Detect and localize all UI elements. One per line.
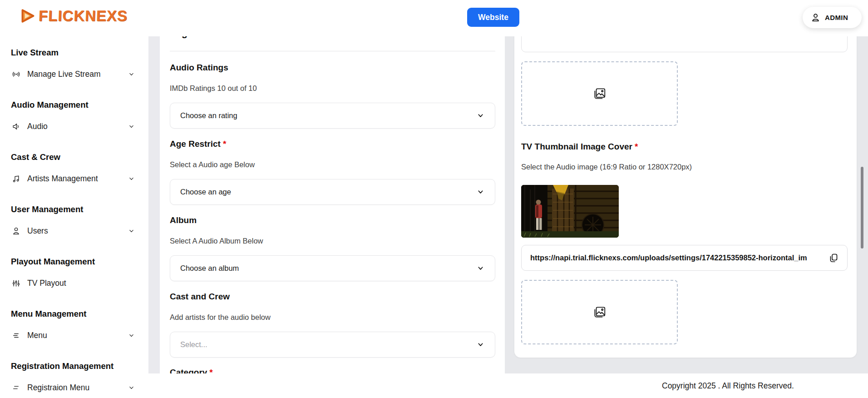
cast-and-crew-subtext: Add artists for the audio below [170,312,495,322]
age-restrict-subtext: Select a Audio age Below [170,159,495,169]
chevron-down-icon [477,265,484,272]
broadcast-icon [11,69,21,79]
sidebar-item-label: Registraion Menu [27,383,128,393]
thumbnail-url-field[interactable]: https://napi.trial.flicknexs.com/uploads… [521,245,848,271]
sidebar-item-artists-management[interactable]: Artists Management [11,172,134,185]
tv-thumbnail-subtext: Select the Audio image (16:9 Ratio or 12… [521,162,848,172]
flicknexs-logo[interactable]: FLICKNEXS [19,7,128,25]
sidebar-section-playout-management: Playout Management [11,257,148,267]
sliders-icon [11,278,21,288]
menu-lines-icon [11,383,21,393]
sidebar-scrollbar-track[interactable] [148,36,160,373]
sidebar: Live Stream Manage Live Stream Audio Man… [0,36,148,398]
tv-thumbnail-heading: TV Thumbnail Image Cover* [521,141,848,152]
image-url-field-cutoff[interactable] [521,36,848,52]
topbar: FLICKNEXS Website ADMIN [0,0,868,36]
sidebar-item-users[interactable]: Users [11,224,134,238]
admin-menu-button[interactable]: ADMIN [803,7,862,28]
album-heading: Album [170,215,495,226]
required-asterisk: * [209,368,212,373]
user-icon [11,226,21,236]
chevron-down-icon [128,124,134,129]
chevron-down-icon [128,228,134,234]
rating-select-value: Choose an rating [180,111,237,120]
sidebar-item-label: TV Playout [27,279,134,288]
image-settings-panel: TV Thumbnail Image Cover* Select the Aud… [505,36,868,373]
required-asterisk: * [635,142,638,151]
footer-copyright: Copyright 2025 . All Rights Reserved. [662,381,794,391]
artists-select-placeholder: Select... [180,340,207,349]
sidebar-item-registraion-menu[interactable]: Registraion Menu [11,381,134,394]
sidebar-item-label: Audio [27,122,128,131]
category-heading-cutoff: Category* [170,367,495,373]
rating-select[interactable]: Choose an rating [170,103,495,129]
sidebar-item-tv-playout[interactable]: TV Playout [11,276,134,290]
sidebar-section-registration-management: Registration Management [11,361,148,371]
required-asterisk: * [223,139,226,149]
chevron-down-icon [477,112,484,119]
copy-url-button[interactable] [827,252,840,264]
age-restrict-heading: Age Restrict* [170,139,495,149]
chevron-down-icon [128,333,134,338]
sidebar-section-live-stream: Live Stream [11,48,148,58]
sidebar-item-manage-live-stream[interactable]: Manage Live Stream [11,67,134,81]
age-select-value: Choose an age [180,188,231,196]
image-settings-card: TV Thumbnail Image Cover* Select the Aud… [514,36,857,358]
sidebar-item-label: Users [27,226,128,236]
speaker-icon [11,121,21,131]
sidebar-item-label: Menu [27,331,128,340]
sidebar-section-cast-crew: Cast & Crew [11,152,148,162]
chevron-down-icon [128,385,134,391]
person-icon [810,12,821,23]
divider [170,51,495,51]
sidebar-item-label: Manage Live Stream [27,70,128,79]
image-upload-dropzone-bottom[interactable] [521,280,678,344]
music-note-icon [11,174,21,184]
age-select[interactable]: Choose an age [170,179,495,205]
sidebar-item-label: Artists Management [27,174,128,184]
menu-lines-icon [11,330,21,340]
logo-text: FLICKNEXS [38,7,128,25]
artists-select[interactable]: Select... [170,332,495,358]
admin-label: ADMIN [825,14,848,21]
play-triangle-icon [19,8,35,24]
cast-and-crew-heading: Cast and Crew [170,291,495,302]
chevron-down-icon [477,189,484,195]
audio-organize-form: Organize Audio Ratings IMDb Ratings 10 o… [170,33,495,373]
album-subtext: Select A Audio Album Below [170,236,495,246]
image-upload-icon [593,87,607,100]
sidebar-section-user-management: User Management [11,204,148,214]
chevron-down-icon [477,341,484,348]
sidebar-section-audio-management: Audio Management [11,100,148,110]
thumbnail-preview-image[interactable] [521,185,619,238]
audio-ratings-heading: Audio Ratings [170,62,495,73]
image-upload-dropzone-top[interactable] [521,61,678,126]
page-scrollbar-thumb[interactable] [861,167,863,249]
copy-icon [828,253,839,264]
sidebar-item-menu[interactable]: Menu [11,328,134,342]
website-button[interactable]: Website [467,8,519,27]
sidebar-section-menu-management: Menu Management [11,309,148,319]
album-select-value: Choose an album [180,264,239,273]
album-select[interactable]: Choose an album [170,255,495,281]
thumbnail-url-value: https://napi.trial.flicknexs.com/uploads… [530,254,807,262]
image-upload-icon [593,305,607,319]
audio-ratings-subtext: IMDb Ratings 10 out of 10 [170,83,495,93]
chevron-down-icon [128,176,134,182]
sidebar-item-audio[interactable]: Audio [11,119,134,133]
chevron-down-icon [128,71,134,77]
